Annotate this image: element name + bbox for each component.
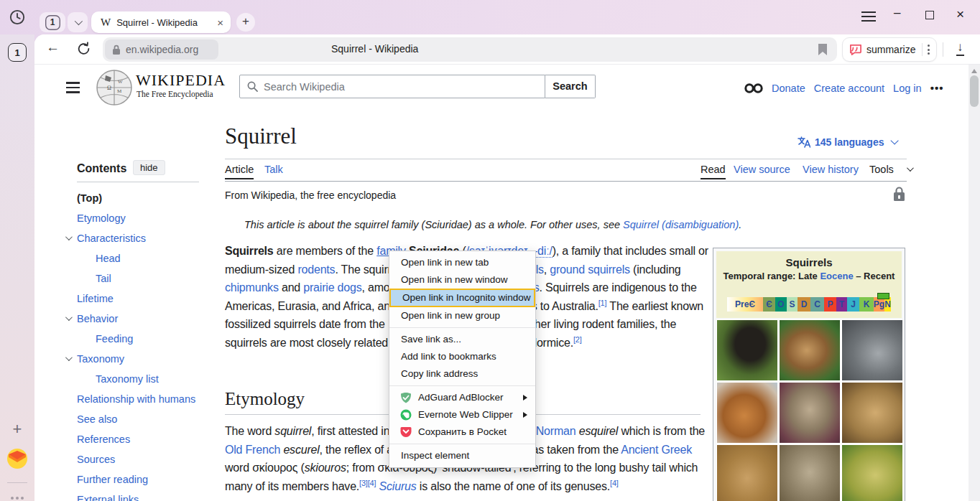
- menu-open-new-tab[interactable]: Open link in new tab: [389, 254, 535, 271]
- timescale-cambrian[interactable]: Є: [763, 297, 775, 312]
- timescale-triassic[interactable]: T: [836, 297, 847, 312]
- sidebar-tab-counter[interactable]: 1: [8, 43, 27, 62]
- browser-toolbar: ← en.wikipedia.org Squirrel - Wikipedia: [34, 34, 980, 65]
- languages-count: 145 languages: [815, 136, 884, 148]
- reload-button[interactable]: [76, 41, 92, 57]
- search-icon: [247, 81, 258, 92]
- toc-item-head[interactable]: Head: [65, 248, 220, 268]
- menu-open-new-group[interactable]: Open link in new group: [389, 307, 535, 324]
- timescale-precambrian[interactable]: PreЄ: [727, 297, 763, 312]
- browser-tab[interactable]: W Squirrel - Wikipedia ×: [91, 11, 231, 33]
- sidebar-add-button[interactable]: +: [8, 421, 27, 439]
- toc-item-etymology[interactable]: Etymology: [65, 208, 220, 228]
- tab-talk[interactable]: Talk: [264, 164, 283, 175]
- tab-article[interactable]: Article: [225, 164, 254, 179]
- donate-link[interactable]: Donate: [772, 83, 805, 94]
- taxobox-head: Squirrels Temporal range: Late Eocene – …: [716, 251, 902, 318]
- eocene-link[interactable]: Eocene: [820, 271, 853, 281]
- menu-copy-link-address[interactable]: Copy link address: [389, 365, 535, 383]
- wiki-main-menu-icon[interactable]: [66, 79, 80, 96]
- page-scrollbar[interactable]: [969, 65, 980, 501]
- chevron-down-icon[interactable]: [65, 233, 73, 240]
- window-close-button[interactable]: ×: [956, 6, 964, 22]
- site-identity-chip[interactable]: en.wikipedia.org: [105, 39, 218, 60]
- toc-item-lifetime[interactable]: Lifetime: [65, 289, 220, 309]
- toc-item-tail[interactable]: Tail: [65, 268, 220, 289]
- toc-item-sources[interactable]: Sources: [65, 449, 220, 469]
- toc-item-references[interactable]: References: [65, 429, 220, 449]
- view-read[interactable]: Read: [701, 164, 726, 179]
- timescale-cretaceous[interactable]: K: [859, 297, 874, 312]
- toc-item-relationship[interactable]: Relationship with humans: [65, 389, 220, 409]
- geologic-timescale: PreЄ Є O S D C P T J K Pg N: [727, 297, 891, 312]
- timescale-neogene[interactable]: N: [884, 297, 891, 312]
- toc-item-characteristics[interactable]: Characteristics: [65, 228, 220, 248]
- browser-menu-icon[interactable]: [861, 9, 876, 24]
- menu-save-link-as[interactable]: Save link as...: [389, 331, 535, 348]
- languages-button[interactable]: 145 languages: [798, 136, 896, 148]
- chevron-down-icon[interactable]: [65, 354, 73, 361]
- language-icon: [798, 136, 810, 148]
- timescale-devonian[interactable]: D: [798, 297, 810, 312]
- wikipedia-wordmark[interactable]: WIKIPEDIA: [136, 71, 226, 90]
- toc-header: Contents: [77, 162, 126, 175]
- chevron-down-icon[interactable]: [65, 314, 73, 321]
- downloads-button[interactable]: ↓: [956, 40, 964, 56]
- timescale-jurassic[interactable]: J: [847, 297, 859, 312]
- tab-group-expand-button[interactable]: [68, 12, 88, 32]
- sidebar-more-icon[interactable]: [8, 490, 27, 501]
- tools-menu[interactable]: Tools: [869, 164, 894, 175]
- view-source[interactable]: View source: [734, 164, 790, 175]
- toc-item-taxonomy[interactable]: Taxonomy: [65, 349, 220, 369]
- timescale-paleogene[interactable]: Pg: [874, 297, 884, 312]
- tab-close-icon[interactable]: ×: [217, 17, 223, 29]
- https-lock-icon: [112, 45, 121, 55]
- toc-item-taxonomy-list[interactable]: Taxonomy list: [65, 369, 220, 389]
- timescale-carboniferous[interactable]: C: [810, 297, 824, 312]
- wiki-user-links: Donate Create account Log in •••: [744, 82, 943, 94]
- view-history[interactable]: View history: [803, 164, 859, 175]
- squirrel-photo: [842, 445, 902, 501]
- menu-adguard[interactable]: AdGuard AdBlocker: [389, 389, 535, 406]
- tab-group-badge[interactable]: 1: [40, 12, 65, 32]
- history-clock-icon[interactable]: [9, 9, 25, 25]
- back-button[interactable]: ←: [46, 39, 60, 55]
- address-bar[interactable]: en.wikipedia.org Squirrel - Wikipedia: [103, 37, 837, 62]
- user-menu-dots-icon[interactable]: •••: [930, 82, 944, 94]
- toc-item-external-links[interactable]: External links: [65, 490, 220, 501]
- site-subtitle: From Wikipedia, the free encyclopedia: [225, 189, 396, 201]
- toc-hide-button[interactable]: hide: [133, 160, 165, 175]
- menu-inspect-element[interactable]: Inspect element: [389, 447, 535, 464]
- toc-item-top[interactable]: (Top): [65, 188, 220, 208]
- menu-save-to-pocket[interactable]: Сохранить в Pocket: [389, 423, 535, 441]
- summarize-kebab-icon[interactable]: [928, 43, 930, 57]
- search-placeholder: Search Wikipedia: [264, 81, 345, 93]
- timescale-permian[interactable]: P: [824, 297, 836, 312]
- new-tab-button[interactable]: +: [236, 13, 255, 32]
- wikipedia-globe-logo[interactable]: Ω W M: [96, 68, 133, 107]
- toc-item-behavior[interactable]: Behavior: [65, 309, 220, 329]
- menu-add-bookmark[interactable]: Add link to bookmarks: [389, 348, 535, 365]
- search-input[interactable]: Search Wikipedia: [239, 75, 545, 98]
- minimize-button[interactable]: –: [894, 6, 900, 20]
- scrollbar-up-arrow-icon[interactable]: [971, 69, 977, 73]
- interlinked-circles-icon[interactable]: [744, 83, 763, 93]
- yandex-mail-icon[interactable]: [6, 448, 28, 469]
- timescale-ordovician[interactable]: O: [775, 297, 787, 312]
- toc-item-feeding[interactable]: Feeding: [65, 329, 220, 349]
- menu-open-incognito[interactable]: Open link in Incognito window: [389, 289, 535, 307]
- summarize-button[interactable]: summarize: [842, 37, 937, 62]
- scrollbar-thumb[interactable]: [970, 75, 979, 107]
- toc-item-see-also[interactable]: See also: [65, 409, 220, 429]
- menu-open-new-window[interactable]: Open link in new window: [389, 271, 535, 289]
- page-protection-lock-icon[interactable]: [893, 187, 905, 202]
- menu-evernote[interactable]: Evernote Web Clipper: [389, 406, 535, 423]
- login-link[interactable]: Log in: [893, 83, 922, 94]
- search-button[interactable]: Search: [545, 75, 596, 98]
- bookmark-icon[interactable]: [818, 43, 828, 56]
- maximize-button[interactable]: [925, 11, 934, 19]
- toc-item-further-reading[interactable]: Further reading: [65, 469, 220, 490]
- browser-sidebar: 1 +: [0, 34, 34, 501]
- create-account-link[interactable]: Create account: [814, 83, 884, 94]
- timescale-silurian[interactable]: S: [787, 297, 798, 312]
